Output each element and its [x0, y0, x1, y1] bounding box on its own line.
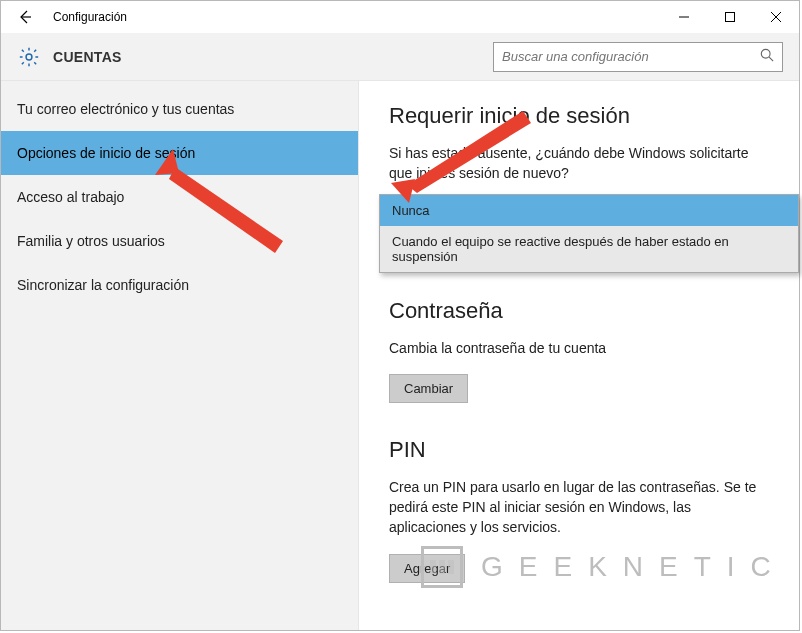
back-arrow-icon: [17, 9, 33, 25]
settings-window: Configuración CUENTAS: [0, 0, 800, 631]
require-signin-title: Requerir inicio de sesión: [389, 103, 769, 129]
page-header: CUENTAS: [1, 33, 799, 81]
maximize-icon: [725, 12, 735, 22]
gear-icon: [17, 45, 41, 69]
minimize-icon: [679, 12, 689, 22]
sidebar-item-work-access[interactable]: Acceso al trabajo: [1, 175, 358, 219]
require-signin-desc: Si has estado ausente, ¿cuándo debe Wind…: [389, 143, 769, 184]
close-icon: [771, 12, 781, 22]
titlebar: Configuración: [1, 1, 799, 33]
svg-point-5: [26, 54, 32, 60]
back-button[interactable]: [1, 1, 49, 33]
require-signin-dropdown[interactable]: Nunca Cuando el equipo se reactive despu…: [379, 194, 799, 273]
window-controls: [661, 1, 799, 33]
header-title: CUENTAS: [53, 49, 122, 65]
window-title: Configuración: [53, 10, 127, 24]
svg-rect-2: [726, 13, 735, 22]
sidebar-item-email-accounts[interactable]: Tu correo electrónico y tus cuentas: [1, 87, 358, 131]
maximize-button[interactable]: [707, 1, 753, 33]
pin-title: PIN: [389, 437, 769, 463]
search-box[interactable]: [493, 42, 783, 72]
svg-point-6: [761, 49, 770, 58]
watermark: GEEKNETIC: [421, 546, 787, 588]
close-button[interactable]: [753, 1, 799, 33]
password-desc: Cambia la contraseña de tu cuenta: [389, 338, 769, 358]
dropdown-option-on-wake[interactable]: Cuando el equipo se reactive después de …: [380, 226, 798, 272]
section-password: Contraseña Cambia la contraseña de tu cu…: [389, 298, 769, 403]
dropdown-option-never[interactable]: Nunca: [380, 195, 798, 226]
change-password-button[interactable]: Cambiar: [389, 374, 468, 403]
search-input[interactable]: [502, 49, 760, 64]
watermark-text: GEEKNETIC: [481, 551, 787, 583]
svg-line-7: [769, 57, 773, 61]
pin-desc: Crea un PIN para usarlo en lugar de las …: [389, 477, 769, 538]
watermark-logo-icon: [421, 546, 463, 588]
minimize-button[interactable]: [661, 1, 707, 33]
sidebar-item-family-users[interactable]: Familia y otros usuarios: [1, 219, 358, 263]
sidebar: Tu correo electrónico y tus cuentas Opci…: [1, 81, 359, 630]
password-title: Contraseña: [389, 298, 769, 324]
search-icon: [760, 48, 774, 66]
sidebar-item-signin-options[interactable]: Opciones de inicio de sesión: [1, 131, 358, 175]
sidebar-item-sync-settings[interactable]: Sincronizar la configuración: [1, 263, 358, 307]
